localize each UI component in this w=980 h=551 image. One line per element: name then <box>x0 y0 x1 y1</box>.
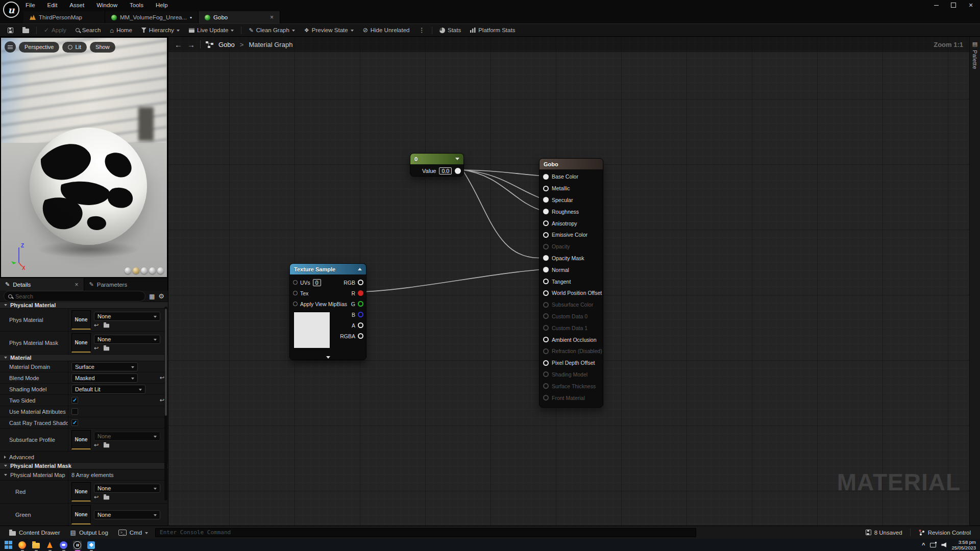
preview-shape-cube[interactable] <box>149 267 156 274</box>
two-sided-checkbox[interactable] <box>71 397 78 404</box>
hide-unrelated-options-button[interactable]: ⋮ <box>414 24 429 36</box>
preview-shape-plane[interactable] <box>141 267 148 274</box>
pin-output[interactable] <box>455 168 461 174</box>
pin-uvs[interactable] <box>293 280 298 285</box>
row-advanced[interactable]: Advanced <box>0 452 168 463</box>
display-options-icon[interactable] <box>149 293 155 300</box>
asset-thumbnail[interactable]: None <box>71 333 91 353</box>
cast-ray-traced-shadows-checkbox[interactable] <box>71 419 78 426</box>
taskbar-discord-icon[interactable] <box>59 541 68 549</box>
browse-icon[interactable] <box>104 444 109 448</box>
search-button[interactable]: Search <box>71 24 105 36</box>
tab-gobo[interactable]: Gobo × <box>199 11 280 23</box>
console-command-input[interactable] <box>160 529 692 536</box>
start-button[interactable] <box>4 541 13 549</box>
output-log-button[interactable]: Output Log <box>65 526 113 539</box>
pin-tangent[interactable] <box>543 279 549 284</box>
use-selected-icon[interactable] <box>94 494 99 500</box>
pin-g[interactable] <box>358 301 363 307</box>
pin-normal[interactable] <box>543 267 549 272</box>
material-graph-canvas[interactable]: ← → Gobo > Material Graph Zoom 1:1 Palet… <box>168 37 980 525</box>
pin-opacity-mask[interactable] <box>543 255 549 261</box>
back-arrow-icon[interactable]: ← <box>175 40 182 49</box>
pin-r[interactable] <box>358 290 363 296</box>
menu-edit[interactable]: Edit <box>47 2 58 8</box>
pin-apply-view-mipbias[interactable] <box>293 302 298 306</box>
tab-mm-volumefog[interactable]: MM_VolumeFog_Unrea... • <box>105 11 199 23</box>
pin-b[interactable] <box>358 312 363 317</box>
node-material-output-gobo[interactable]: Gobo Base ColorMetallicSpecularRoughness… <box>539 158 603 408</box>
uvs-value-input[interactable]: 0 <box>313 279 321 286</box>
forward-arrow-icon[interactable]: → <box>187 40 195 49</box>
hide-unrelated-button[interactable]: Hide Unrelated <box>358 24 414 36</box>
node-scalar-parameter[interactable]: 0 Value 0.0 <box>410 153 464 177</box>
tab-thirdpersonmap[interactable]: ThirdPersonMap <box>23 11 105 23</box>
menu-file[interactable]: File <box>26 2 35 8</box>
pin-roughness[interactable] <box>543 209 549 214</box>
pin-ambient-occlusion[interactable] <box>543 337 549 342</box>
tab-close-icon[interactable]: × <box>270 14 274 21</box>
reset-to-default-icon[interactable] <box>160 374 164 381</box>
pin-tex[interactable] <box>293 291 298 295</box>
close-button[interactable] <box>968 2 974 8</box>
tab-details[interactable]: Details × <box>0 278 84 291</box>
minimize-button[interactable] <box>933 2 939 8</box>
live-update-button[interactable]: Live Update <box>184 24 238 36</box>
asset-thumbnail[interactable]: None <box>71 310 91 330</box>
stats-button[interactable]: Stats <box>435 24 465 36</box>
asset-dropdown[interactable]: None <box>94 335 160 344</box>
asset-dropdown[interactable]: None <box>94 510 160 519</box>
home-button[interactable]: Home <box>105 24 137 36</box>
use-selected-icon[interactable] <box>94 322 99 329</box>
hidden-icons-chevron[interactable]: ^ <box>922 542 925 548</box>
reset-to-default-icon[interactable] <box>160 397 164 404</box>
clean-graph-button[interactable]: Clean Graph <box>244 24 299 36</box>
network-icon[interactable] <box>930 543 936 547</box>
material-domain-dropdown[interactable]: Surface <box>71 362 138 371</box>
asset-dropdown[interactable]: None <box>94 484 160 493</box>
palette-tab[interactable]: Palette <box>970 37 980 69</box>
volume-icon[interactable] <box>941 542 946 547</box>
content-drawer-button[interactable]: Content Drawer <box>4 526 65 539</box>
pin-world-position-offset[interactable] <box>543 290 549 296</box>
asset-thumbnail[interactable]: None <box>71 482 91 502</box>
browse-icon[interactable] <box>104 347 109 351</box>
perspective-button[interactable]: Perspective <box>19 42 59 53</box>
browse-icon[interactable] <box>104 324 109 328</box>
unreal-logo-icon[interactable]: u <box>3 2 19 18</box>
chevron-down-icon[interactable] <box>455 158 459 160</box>
asset-thumbnail[interactable]: None <box>71 505 91 524</box>
browse-icon[interactable] <box>104 496 109 500</box>
platform-stats-button[interactable]: Platform Stats <box>465 24 520 36</box>
preview-shape-sphere[interactable] <box>133 267 139 274</box>
expand-node-icon[interactable] <box>326 356 330 359</box>
shading-model-dropdown[interactable]: Default Lit <box>71 385 145 394</box>
section-physical-material[interactable]: Physical Material <box>0 302 168 309</box>
taskbar-vlc-icon[interactable] <box>45 541 54 549</box>
taskbar-clock[interactable]: 3:58 pm 25/05/2023 <box>951 539 976 551</box>
breadcrumb-current[interactable]: Material Graph <box>249 41 292 48</box>
section-physical-material-mask[interactable]: Physical Material Mask <box>0 463 168 469</box>
show-button[interactable]: Show <box>90 42 115 53</box>
breadcrumb-root[interactable]: Gobo <box>218 41 235 48</box>
section-material[interactable]: Material <box>0 355 168 361</box>
details-scrollbar[interactable] <box>164 307 167 500</box>
pin-emissive-color[interactable] <box>543 232 549 238</box>
lit-mode-button[interactable]: Lit <box>62 42 87 53</box>
use-material-attributes-checkbox[interactable] <box>71 408 78 415</box>
cmd-dropdown[interactable]: >_ Cmd <box>113 526 153 539</box>
preview-shape-cylinder[interactable] <box>125 267 131 274</box>
save-button[interactable] <box>3 24 18 36</box>
row-physical-material-map[interactable]: Physical Material Map 8 Array elements <box>0 469 168 481</box>
maximize-button[interactable] <box>950 2 957 8</box>
pin-pixel-depth-offset[interactable] <box>543 360 549 366</box>
menu-help[interactable]: Help <box>156 2 168 8</box>
browse-asset-button[interactable] <box>18 24 34 36</box>
pin-specular[interactable] <box>543 197 549 203</box>
asset-dropdown[interactable]: None <box>94 432 160 441</box>
preview-state-button[interactable]: Preview State <box>300 24 358 36</box>
menu-tools[interactable]: Tools <box>130 2 143 8</box>
preview-viewport[interactable]: Perspective Lit Show Z X <box>0 37 168 278</box>
pin-anisotropy[interactable] <box>543 220 549 226</box>
menu-asset[interactable]: Asset <box>69 2 84 8</box>
